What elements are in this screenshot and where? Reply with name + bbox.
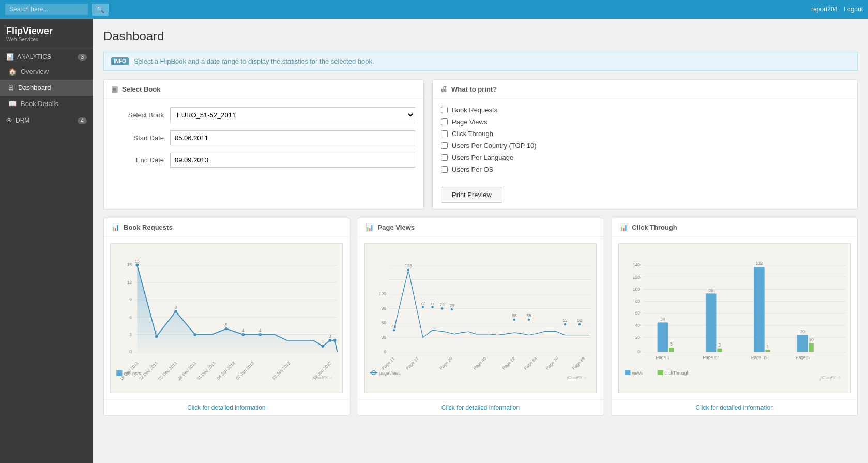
svg-text:3: 3: [719, 342, 721, 348]
svg-text:40: 40: [635, 323, 641, 328]
bar-icon-2: 📊: [366, 223, 374, 231]
search-input[interactable]: [5, 4, 88, 15]
svg-text:76: 76: [439, 302, 445, 307]
logo-sub: Web-Services: [6, 37, 87, 42]
svg-rect-107: [706, 293, 717, 352]
svg-point-71: [564, 323, 567, 326]
print-option-checkbox[interactable]: [441, 130, 448, 137]
logo-title: FlipViewer: [6, 26, 87, 37]
svg-text:15: 15: [135, 259, 140, 264]
svg-text:views: views: [632, 370, 643, 376]
svg-text:90: 90: [381, 306, 386, 311]
svg-text:12: 12: [127, 280, 132, 285]
upper-cards-row: ▣ Select Book Select Book EURO_51-52_201…: [103, 79, 858, 210]
svg-text:Page 17: Page 17: [405, 356, 420, 371]
end-date-input[interactable]: [170, 153, 415, 168]
svg-text:1: 1: [767, 344, 769, 349]
print-option-checkbox[interactable]: [441, 154, 448, 161]
svg-text:15: 15: [127, 262, 132, 267]
print-card-title: What to print?: [451, 85, 497, 93]
svg-point-22: [242, 333, 245, 336]
sidebar-logo: FlipViewer Web-Services: [0, 19, 93, 48]
print-option: Users Per Language: [441, 152, 849, 163]
print-card-header: 🖨 What to print?: [433, 80, 857, 99]
svg-text:58: 58: [526, 313, 531, 318]
print-option: Users Per OS: [441, 163, 849, 175]
main-content: Dashboard INFO Select a FlipBook and a d…: [93, 19, 868, 463]
svg-point-73: [578, 323, 581, 326]
dashboard-icon: ⊞: [8, 84, 14, 92]
svg-text:9: 9: [129, 297, 132, 302]
sidebar-item-overview[interactable]: 🏠 Overview: [0, 64, 93, 80]
svg-text:28 Dec 2011: 28 Dec 2011: [176, 360, 197, 381]
svg-text:4: 4: [155, 330, 158, 335]
sidebar-item-dashboard[interactable]: ⊞ Dashboard: [0, 80, 93, 96]
click-through-title: Click Through: [632, 223, 677, 231]
svg-text:Page 52: Page 52: [501, 356, 516, 371]
book-select-label: Select Book: [112, 111, 164, 119]
svg-text:0: 0: [384, 349, 386, 354]
start-date-row: Start Date: [112, 130, 415, 145]
svg-text:1: 1: [322, 339, 324, 345]
dashboard-label: Dashboard: [18, 84, 51, 92]
bar-chart-icon: 📊: [6, 53, 14, 61]
svg-text:jChartFX ☆: jChartFX ☆: [820, 375, 841, 380]
svg-text:jChartFX ☆: jChartFX ☆: [566, 375, 587, 380]
svg-text:3: 3: [329, 334, 331, 339]
svg-point-15: [155, 335, 158, 338]
svg-text:52: 52: [562, 318, 568, 323]
analytics-label: Analytics: [17, 53, 51, 61]
svg-text:80: 80: [635, 298, 641, 304]
svg-text:07 Jan 2012: 07 Jan 2012: [235, 360, 255, 381]
svg-point-61: [431, 306, 434, 309]
svg-text:Page 29: Page 29: [438, 356, 453, 371]
svg-text:8: 8: [175, 305, 177, 310]
svg-text:52: 52: [577, 318, 582, 323]
chart-row: 📊 Book Requests 0 3: [103, 218, 858, 416]
book-select-dropdown[interactable]: EURO_51-52_2011: [170, 107, 415, 123]
svg-text:Page 76: Page 76: [544, 356, 559, 371]
svg-text:89: 89: [709, 288, 714, 293]
svg-point-69: [527, 318, 530, 321]
info-text: Select a FlipBook and a date range to di…: [134, 57, 374, 65]
svg-text:jChartFX ☆: jChartFX ☆: [312, 375, 333, 380]
book-icon: 📖: [8, 100, 17, 108]
start-date-input[interactable]: [170, 130, 415, 145]
print-option-checkbox[interactable]: [441, 142, 448, 149]
page-title: Dashboard: [103, 29, 858, 43]
chart-book-requests: 📊 Book Requests 0 3: [103, 218, 349, 416]
svg-point-67: [513, 318, 516, 321]
book-requests-link[interactable]: Click for detailed information: [104, 399, 349, 415]
eye-icon: 👁: [6, 117, 12, 124]
svg-rect-109: [718, 349, 722, 352]
svg-text:60: 60: [381, 320, 386, 325]
top-nav-left: 🔍: [5, 4, 109, 16]
search-button[interactable]: 🔍: [92, 4, 109, 16]
click-through-header: 📊 Click Through: [612, 218, 857, 237]
sidebar-section-drm[interactable]: 👁 DRM 4: [0, 112, 93, 127]
svg-point-63: [440, 307, 444, 310]
svg-text:128: 128: [405, 263, 412, 268]
click-through-link[interactable]: Click for detailed information: [612, 399, 857, 415]
svg-point-24: [258, 333, 262, 336]
print-option-checkbox[interactable]: [441, 118, 448, 125]
svg-point-26: [322, 345, 325, 348]
sidebar: FlipViewer Web-Services 📊 Analytics 3 🏠 …: [0, 19, 93, 463]
svg-text:3: 3: [129, 332, 132, 337]
svg-text:132: 132: [756, 261, 763, 266]
book-requests-svg: 0 3 6 9 12 15: [111, 244, 342, 393]
print-preview-button[interactable]: Print Preview: [441, 187, 502, 203]
svg-text:25 Dec 2011: 25 Dec 2011: [157, 360, 178, 381]
select-book-body: Select Book EURO_51-52_2011 Start Date E…: [104, 99, 423, 183]
drm-badge: 4: [78, 117, 87, 124]
sidebar-item-book-details[interactable]: 📖 Book Details: [0, 96, 93, 112]
sidebar-section-analytics[interactable]: 📊 Analytics 3: [0, 48, 93, 64]
select-book-card: ▣ Select Book Select Book EURO_51-52_201…: [103, 79, 424, 210]
print-option-checkbox[interactable]: [441, 166, 448, 173]
svg-text:43: 43: [391, 324, 397, 329]
page-views-link[interactable]: Click for detailed information: [358, 399, 603, 415]
end-date-label: End Date: [112, 156, 164, 164]
print-option-checkbox[interactable]: [441, 107, 448, 113]
logout-button[interactable]: Logout: [844, 6, 863, 13]
svg-text:Page 1: Page 1: [656, 355, 670, 360]
